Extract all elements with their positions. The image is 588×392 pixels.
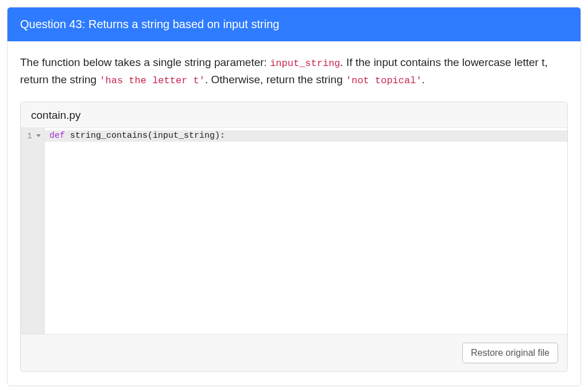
restore-original-button[interactable]: Restore original file — [462, 343, 558, 363]
question-description: The function below takes a single string… — [20, 54, 568, 89]
code-editor[interactable]: 1 def string_contains(input_string): — [21, 127, 567, 334]
question-card: Question 43: Returns a string based on i… — [7, 7, 581, 386]
code-area[interactable]: def string_contains(input_string): — [45, 128, 567, 334]
desc-text: . Otherwise, return the string — [205, 73, 346, 86]
code-keyword: def — [49, 131, 65, 141]
fold-arrow-icon[interactable] — [36, 134, 41, 137]
editor-filename-tab: contain.py — [21, 102, 567, 127]
line-number: 1 — [28, 130, 32, 142]
desc-code-return1: 'has the letter t' — [99, 75, 205, 86]
code-space — [65, 131, 70, 141]
question-header: Question 43: Returns a string based on i… — [7, 7, 581, 41]
code-body: string_contains(input_string): — [70, 131, 225, 141]
desc-text: The function below takes a single string… — [20, 56, 270, 68]
code-editor-panel: contain.py 1 def string_contains(input_s… — [20, 102, 568, 372]
editor-filename: contain.py — [31, 109, 81, 121]
desc-code-return2: 'not topical' — [346, 75, 422, 86]
code-line-1: def string_contains(input_string): — [45, 130, 567, 142]
editor-gutter: 1 — [21, 128, 45, 334]
question-title: Question 43: Returns a string based on i… — [20, 18, 279, 30]
question-body: The function below takes a single string… — [7, 41, 581, 386]
desc-text: . — [422, 73, 425, 86]
desc-code-param: input_string — [270, 58, 340, 69]
editor-footer: Restore original file — [21, 334, 567, 371]
gutter-line-1: 1 — [21, 130, 44, 142]
